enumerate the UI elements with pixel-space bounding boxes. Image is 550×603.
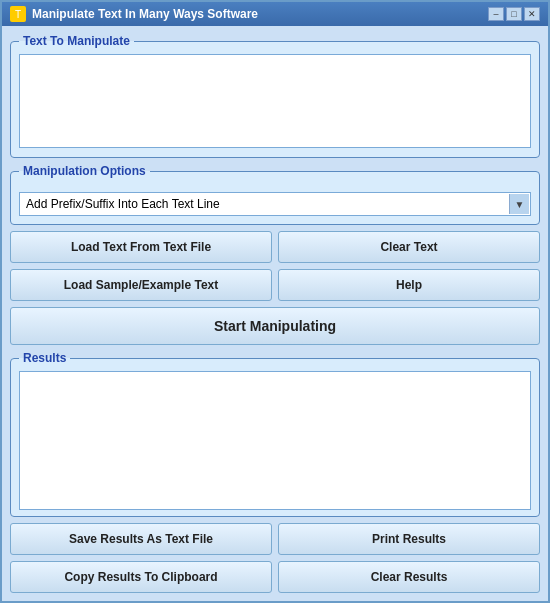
copy-results-button[interactable]: Copy Results To Clipboard — [10, 561, 272, 593]
load-sample-button[interactable]: Load Sample/Example Text — [10, 269, 272, 301]
results-textarea[interactable] — [19, 371, 531, 510]
window-controls: – □ ✕ — [488, 7, 540, 21]
manipulation-dropdown-wrapper: Add Prefix/Suffix Into Each Text Line Re… — [19, 192, 531, 216]
button-row-3: Save Results As Text File Print Results — [10, 523, 540, 555]
text-to-manipulate-label: Text To Manipulate — [19, 34, 134, 48]
main-window: T Manipulate Text In Many Ways Software … — [0, 0, 550, 603]
button-row-1: Load Text From Text File Clear Text — [10, 231, 540, 263]
clear-text-button[interactable]: Clear Text — [278, 231, 540, 263]
print-results-button[interactable]: Print Results — [278, 523, 540, 555]
content-area: Text To Manipulate Manipulation Options … — [2, 26, 548, 601]
start-button-row: Start Manipulating — [10, 307, 540, 345]
manipulation-options-label: Manipulation Options — [19, 164, 150, 178]
titlebar: T Manipulate Text In Many Ways Software … — [2, 2, 548, 26]
button-row-4: Copy Results To Clipboard Clear Results — [10, 561, 540, 593]
minimize-button[interactable]: – — [488, 7, 504, 21]
window-title: Manipulate Text In Many Ways Software — [32, 7, 482, 21]
help-button[interactable]: Help — [278, 269, 540, 301]
results-label: Results — [19, 351, 70, 365]
results-group: Results — [10, 351, 540, 517]
button-row-2: Load Sample/Example Text Help — [10, 269, 540, 301]
clear-results-button[interactable]: Clear Results — [278, 561, 540, 593]
load-text-button[interactable]: Load Text From Text File — [10, 231, 272, 263]
start-manipulating-button[interactable]: Start Manipulating — [10, 307, 540, 345]
text-to-manipulate-group: Text To Manipulate — [10, 34, 540, 158]
manipulation-options-group: Manipulation Options Add Prefix/Suffix I… — [10, 164, 540, 225]
save-results-button[interactable]: Save Results As Text File — [10, 523, 272, 555]
manipulation-options-select[interactable]: Add Prefix/Suffix Into Each Text Line Re… — [19, 192, 531, 216]
text-to-manipulate-input[interactable] — [19, 54, 531, 148]
app-icon: T — [10, 6, 26, 22]
close-button[interactable]: ✕ — [524, 7, 540, 21]
maximize-button[interactable]: □ — [506, 7, 522, 21]
